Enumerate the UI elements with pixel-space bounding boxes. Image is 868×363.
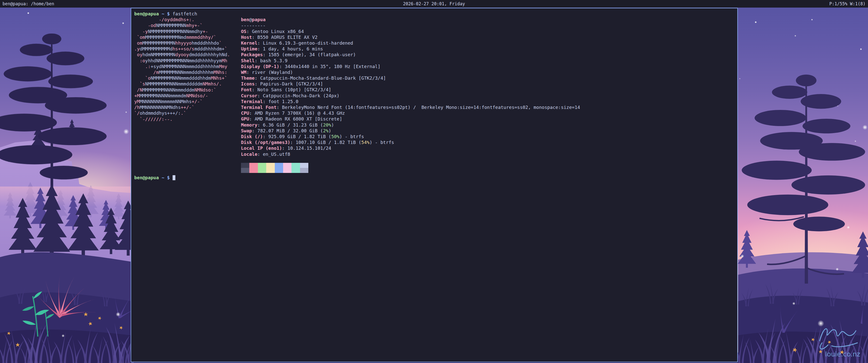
prompt-user-host: ben@papua [134, 11, 159, 16]
palette-swatch [258, 163, 266, 168]
command-text: fastfetch [173, 11, 197, 16]
prompt-line: ben@papua ~ $ fastfetch [134, 11, 734, 16]
status-bar: ben@papua: /home/ben 2026-02-27 20:01, F… [0, 0, 868, 7]
terminal-output: ben@papua ~ $ fastfetch -/oyddmdhs+:. -o… [131, 8, 737, 362]
prompt-user-host: ben@papua [134, 175, 159, 180]
fetch-entry: Locale: en_US.utf8 [241, 151, 580, 157]
fetch-entry: Terminal: foot 1.25.0 [241, 99, 580, 104]
fetch-entry: Shell: bash 5.3.9 [241, 58, 580, 64]
fastfetch-logo: -/oyddmdhs+:. -odNMMMMMMMMNNmhy+-` -yNMM… [134, 16, 230, 122]
fetch-entry: Display (DP-1): 3440x1440 in 35", 180 Hz… [241, 64, 580, 69]
terminal-color-palette-row [241, 168, 580, 173]
palette-swatch [283, 168, 291, 173]
fetch-separator: --------- [241, 23, 580, 28]
prompt-symbol: $ [167, 11, 170, 16]
palette-swatch [300, 163, 308, 168]
blank-line [241, 157, 580, 163]
fetch-entry: Swap: 782.07 MiB / 32.00 GiB (2%) [241, 128, 580, 134]
fetch-entry: Cursor: Catppuccin-Mocha-Dark (24px) [241, 93, 580, 99]
prompt-symbol: $ [167, 175, 170, 180]
terminal-window[interactable]: ben@papua ~ $ fastfetch -/oyddmdhs+:. -o… [131, 8, 738, 362]
fetch-entry: Disk (/opt/games3): 1007.10 GiB / 1.82 T… [241, 139, 580, 145]
prompt-line-current: ben@papua ~ $ [134, 175, 734, 180]
signature-text: louie.co.nz [825, 351, 860, 358]
palette-swatch [275, 163, 283, 168]
fetch-entry: Terminal Font: BerkeleyMono Nerd Font (1… [241, 104, 580, 110]
fetch-entry: Disk (/): 925.09 GiB / 1.82 TiB (50%) - … [241, 134, 580, 139]
fetch-entry: GPU: AMD Radeon RX 6800 XT [Discrete] [241, 116, 580, 122]
fetch-entry: OS: Gentoo Linux x86_64 [241, 29, 580, 34]
fetch-entry: Uptime: 1 day, 4 hours, 6 mins [241, 46, 580, 52]
fetch-entry: Icons: Papirus-Dark [GTK2/3/4] [241, 81, 580, 87]
palette-swatch [249, 168, 258, 173]
palette-swatch [291, 163, 300, 168]
fetch-entry: Memory: 6.36 GiB / 31.23 GiB (20%) [241, 122, 580, 128]
palette-swatch [275, 168, 283, 173]
palette-swatch [291, 168, 300, 173]
fetch-entry: Packages: 1585 (emerge), 34 (flatpak-use… [241, 52, 580, 58]
prompt-cwd: ~ [161, 175, 164, 180]
palette-swatch [283, 163, 291, 168]
fetch-entry: Host: B550 AORUS ELITE AX V2 [241, 34, 580, 40]
bar-clock: 2026-02-27 20:01, Friday [0, 0, 868, 7]
bar-workspace-indicator: P:1/55% W:1(8) [829, 0, 866, 7]
terminal-cursor [173, 175, 175, 180]
palette-swatch [300, 168, 308, 173]
palette-swatch [266, 163, 275, 168]
fetch-entry: Kernel: Linux 6.19.3-gentoo-dist-hardene… [241, 40, 580, 46]
terminal-color-palette-row [241, 163, 580, 168]
fastfetch-info: ben@papua---------OS: Gentoo Linux x86_6… [241, 16, 580, 173]
palette-swatch [241, 163, 249, 168]
prompt-cwd: ~ [161, 11, 164, 16]
palette-swatch [249, 163, 258, 168]
palette-swatch [241, 168, 249, 173]
palette-swatch [258, 168, 266, 173]
fastfetch-output: -/oyddmdhs+:. -odNMMMMMMMMNNmhy+-` -yNMM… [134, 16, 734, 174]
fetch-entry: Font: Noto Sans (10pt) [GTK2/3/4] [241, 87, 580, 93]
fetch-title: ben@papua [241, 16, 580, 23]
palette-swatch [266, 168, 275, 173]
fetch-entry: Local IP (eno1): 10.124.15.101/24 [241, 145, 580, 151]
fetch-entry: WM: river (Wayland) [241, 69, 580, 75]
fetch-entry: CPU: AMD Ryzen 7 3700X (16) @ 4.43 GHz [241, 110, 580, 116]
fetch-entry: Theme: Catppuccin-Mocha-Standard-Blue-Da… [241, 75, 580, 81]
